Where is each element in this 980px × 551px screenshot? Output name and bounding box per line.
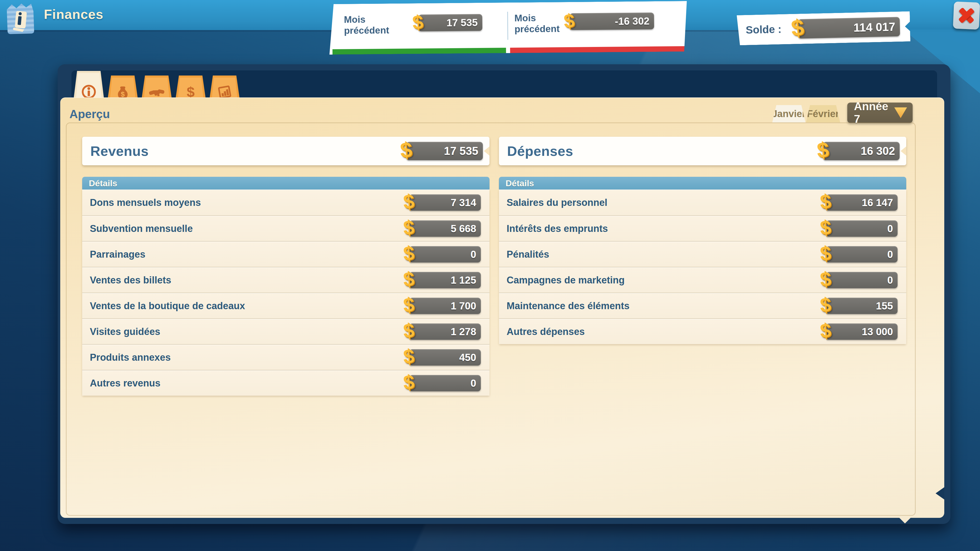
row-label: Parrainages: [90, 249, 145, 260]
balance-card: Solde : $ 114 017: [737, 11, 911, 45]
dollar-icon: $: [819, 241, 832, 265]
row-value-pill: $ 1 700: [409, 298, 481, 314]
income-label: Mois précédent: [344, 14, 390, 36]
monthly-summary-card: Mois précédent $ 17 535 Mois précédent $…: [329, 1, 687, 55]
dollar-icon: $: [819, 319, 832, 343]
expense-label: Mois précédent: [514, 12, 560, 35]
dollar-icon: $: [819, 189, 832, 213]
expense-row: Maintenance des éléments $ 155: [499, 292, 906, 318]
expenses-header: Dépenses $ 16 302: [499, 137, 906, 165]
revenue-row: Parrainages $ 0: [82, 241, 490, 267]
row-label: Salaires du personnel: [507, 197, 608, 208]
row-value-pill: $ 16 147: [826, 194, 897, 211]
row-value-pill: $ 5 668: [409, 221, 481, 237]
expense-row: Salaires du personnel $ 16 147: [499, 189, 906, 215]
close-button[interactable]: [953, 2, 980, 30]
section-title: Aperçu: [69, 107, 110, 121]
row-value-pill: $ 1 125: [409, 272, 481, 288]
panel-notch: [935, 487, 944, 499]
previous-month-income: Mois précédent $ 17 535: [329, 3, 508, 55]
revenue-row: Autres revenus $ 0: [82, 370, 490, 395]
dollar-icon: $: [819, 293, 832, 317]
dollar-icon: $: [816, 137, 830, 163]
row-label: Intérêts des emprunts: [507, 223, 608, 234]
row-value-pill: $ 1 278: [409, 324, 481, 340]
overview-panel: Aperçu Janvier Février Année 7 Revenus $…: [60, 97, 944, 518]
expenses-title: Dépenses: [507, 143, 573, 159]
revenues-details-bar: Détails: [82, 177, 490, 189]
row-label: Produits annexes: [90, 352, 171, 363]
revenues-header: Revenus $ 17 535: [82, 137, 490, 165]
expense-row: Pénalités $ 0: [499, 241, 906, 267]
expenses-total-pill: $ 16 302: [823, 142, 900, 160]
row-label: Autres dépenses: [507, 326, 585, 337]
revenue-row: Ventes des billets $ 1 125: [82, 267, 490, 292]
panel-notch: [899, 517, 911, 524]
revenues-rows: Dons mensuels moyens $ 7 314 Subvention …: [82, 189, 490, 395]
balance-value-pill: $ 114 017: [798, 17, 900, 38]
dollar-icon: $: [399, 137, 413, 163]
row-label: Maintenance des éléments: [507, 300, 630, 311]
expense-row: Campagnes de marketing $ 0: [499, 267, 906, 292]
expense-row: Intérêts des emprunts $ 0: [499, 215, 906, 241]
expenses-rows: Salaires du personnel $ 16 147 Intérêts …: [499, 189, 906, 344]
row-label: Visites guidées: [90, 326, 160, 337]
row-value-pill: $ 7 314: [409, 194, 481, 211]
row-value-pill: $ 155: [826, 298, 897, 314]
revenues-total-pill: $ 17 535: [406, 142, 483, 160]
income-value-pill: $ 17 535: [418, 14, 483, 32]
dollar-icon: $: [563, 9, 575, 32]
row-value-pill: $ 0: [409, 246, 481, 262]
previous-month-expense: Mois précédent $ -16 302: [508, 1, 687, 53]
row-label: Ventes de la boutique de cadeaux: [90, 300, 245, 311]
row-value-pill: $ 0: [826, 246, 897, 262]
balance-label: Solde :: [746, 23, 782, 36]
expense-negative-bar: [510, 46, 686, 53]
row-label: Campagnes de marketing: [507, 275, 625, 286]
income-positive-bar: [332, 48, 506, 55]
row-value-pill: $ 0: [826, 272, 897, 288]
month-tab-fevrier[interactable]: Février: [806, 105, 840, 122]
expense-value-pill: $ -16 302: [570, 13, 654, 30]
window-title: Finances: [44, 6, 103, 22]
dollar-icon: $: [402, 241, 415, 265]
row-value-pill: $ 0: [409, 375, 481, 391]
dollar-icon: $: [402, 189, 415, 213]
dollar-icon: $: [402, 345, 415, 368]
revenues-title: Revenus: [90, 143, 149, 159]
dollar-icon: $: [402, 216, 415, 240]
dollar-icon: $: [411, 11, 424, 34]
dollar-icon: $: [402, 319, 415, 343]
year-dropdown[interactable]: Année 7: [847, 103, 913, 123]
row-label: Pénalités: [507, 249, 549, 260]
row-label: Autres revenus: [90, 378, 161, 389]
chevron-down-icon: [894, 107, 907, 118]
revenue-row: Visites guidées $ 1 278: [82, 318, 490, 344]
finances-receipt-icon: [5, 1, 37, 37]
revenue-row: Produits annexes $ 450: [82, 344, 490, 370]
row-label: Ventes des billets: [90, 275, 171, 286]
dollar-icon: $: [819, 216, 832, 240]
row-label: Subvention mensuelle: [90, 223, 192, 234]
expenses-details-bar: Détails: [499, 177, 906, 189]
row-value-pill: $ 13 000: [826, 324, 897, 340]
revenue-row: Dons mensuels moyens $ 7 314: [82, 189, 490, 215]
dollar-icon: $: [402, 293, 415, 317]
row-value-pill: $ 0: [826, 221, 897, 237]
dollar-icon: $: [790, 14, 805, 41]
expense-row: Autres dépenses $ 13 000: [499, 318, 906, 344]
dollar-icon: $: [402, 370, 415, 394]
dollar-icon: $: [819, 267, 832, 291]
month-tab-janvier[interactable]: Janvier: [772, 105, 805, 122]
row-value-pill: $ 450: [409, 349, 481, 365]
dollar-icon: $: [402, 267, 415, 291]
svg-text:$: $: [121, 91, 124, 98]
revenue-row: Ventes de la boutique de cadeaux $ 1 700: [82, 292, 490, 318]
revenue-row: Subvention mensuelle $ 5 668: [82, 215, 490, 241]
finances-window: $ $: [58, 64, 950, 524]
row-label: Dons mensuels moyens: [90, 197, 201, 208]
